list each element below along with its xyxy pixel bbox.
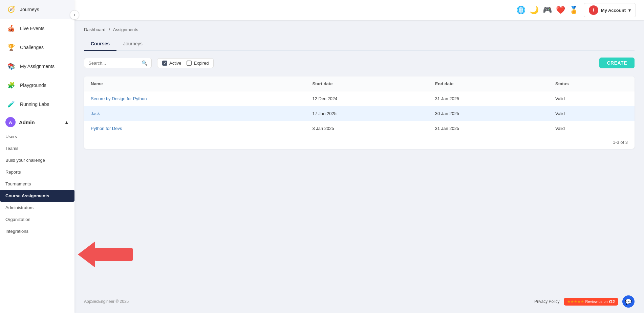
sidebar-subitem-build-challenge[interactable]: Build your challenge xyxy=(0,154,74,166)
chat-button[interactable]: 💬 xyxy=(622,295,635,308)
stars: ★★★★★ xyxy=(567,299,584,304)
footer: AppSecEngineer © 2025 Privacy Policy ★★★… xyxy=(74,290,644,313)
table-header: NameStart dateEnd dateStatus xyxy=(84,76,635,91)
breadcrumb: Dashboard / Assignments xyxy=(84,27,635,32)
my-account-button[interactable]: I My Account ▾ xyxy=(584,3,636,17)
topnav-icons: 🌐🌙🎮❤️🏅 xyxy=(516,6,578,15)
toolbar: 🔍 ✓ Active Expired CREATE xyxy=(84,58,635,68)
sidebar-subitem-tournaments[interactable]: Tournaments xyxy=(0,178,74,190)
main-content: 🌐🌙🎮❤️🏅 I My Account ▾ Dashboard / Assign… xyxy=(74,0,644,313)
table-cell: Valid xyxy=(549,106,635,121)
live-events-icon: 🎪 xyxy=(6,24,16,33)
table-cell: 3 Jan 2025 xyxy=(305,121,428,136)
sidebar-item-my-assignments[interactable]: 📚My Assignments xyxy=(0,57,74,76)
assignments-table-container: NameStart dateEnd dateStatus Secure by D… xyxy=(84,76,635,149)
sidebar: 🧭Journeys🎪Live Events🏆Challenges📚My Assi… xyxy=(0,0,74,313)
table-row[interactable]: Jack17 Jan 202530 Jan 2025Valid xyxy=(84,106,635,121)
admin-avatar: A xyxy=(5,117,16,127)
table-body: Secure by Design for Python12 Dec 202431… xyxy=(84,91,635,136)
my-account-avatar: I xyxy=(589,5,598,15)
topnav-icon-0[interactable]: 🌐 xyxy=(516,6,525,15)
sidebar-item-running-labs[interactable]: 🧪Running Labs xyxy=(0,95,74,114)
privacy-policy-link[interactable]: Privacy Policy xyxy=(534,299,560,304)
table-cell: Valid xyxy=(549,121,635,136)
footer-right: Privacy Policy ★★★★★ Review us on G2 💬 xyxy=(534,295,635,308)
chevron-up-icon: ▲ xyxy=(64,119,69,125)
table-cell: Valid xyxy=(549,91,635,106)
table-cell: 31 Jan 2025 xyxy=(428,91,549,106)
sidebar-subitem-organization[interactable]: Organization xyxy=(0,214,74,225)
assignments-table: NameStart dateEnd dateStatus Secure by D… xyxy=(84,76,635,136)
topnav-icon-1[interactable]: 🌙 xyxy=(530,6,539,15)
sidebar-item-challenges[interactable]: 🏆Challenges xyxy=(0,38,74,57)
page-content: Dashboard / Assignments CoursesJourneys … xyxy=(74,20,644,290)
col-header-end-date: End date xyxy=(428,76,549,91)
g2-logo: G2 xyxy=(609,299,615,304)
topnav-icon-4[interactable]: 🏅 xyxy=(569,6,578,15)
admin-section-header[interactable]: A Admin ▲ xyxy=(0,114,74,131)
breadcrumb-dashboard[interactable]: Dashboard xyxy=(84,27,106,32)
table-cell: 12 Dec 2024 xyxy=(305,91,428,106)
assignment-name[interactable]: Python for Devs xyxy=(84,121,305,136)
sidebar-subitem-reports[interactable]: Reports xyxy=(0,166,74,178)
sidebar-subitem-administrators[interactable]: Administrators xyxy=(0,202,74,214)
active-checkbox[interactable]: ✓ xyxy=(162,61,167,66)
breadcrumb-current: Assignments xyxy=(113,27,138,32)
topnav-icon-3[interactable]: ❤️ xyxy=(556,6,565,15)
sidebar-subitem-course-assignments[interactable]: Course Assignments xyxy=(0,190,74,202)
my-assignments-icon: 📚 xyxy=(6,62,16,71)
sidebar-item-label: My Assignments xyxy=(20,64,55,69)
sidebar-collapse-button[interactable]: ‹ xyxy=(70,10,79,20)
table-row[interactable]: Secure by Design for Python12 Dec 202431… xyxy=(84,91,635,106)
sidebar-subitem-teams[interactable]: Teams xyxy=(0,142,74,154)
assignment-name[interactable]: Jack xyxy=(84,106,305,121)
journeys-icon: 🧭 xyxy=(6,5,16,14)
challenges-icon: 🏆 xyxy=(6,43,16,52)
tab-journeys[interactable]: Journeys xyxy=(116,38,149,51)
g2-review-badge[interactable]: ★★★★★ Review us on G2 xyxy=(564,298,618,306)
chevron-down-icon: ▾ xyxy=(628,8,631,13)
top-navigation: 🌐🌙🎮❤️🏅 I My Account ▾ xyxy=(74,0,644,20)
tab-bar: CoursesJourneys xyxy=(84,38,635,51)
sidebar-item-journeys[interactable]: 🧭Journeys xyxy=(0,0,74,19)
create-button[interactable]: CREATE xyxy=(599,58,635,68)
footer-copyright: AppSecEngineer © 2025 xyxy=(84,299,129,304)
active-label: Active xyxy=(169,61,181,66)
filter-group: ✓ Active Expired xyxy=(157,58,214,68)
filter-expired[interactable]: Expired xyxy=(187,61,209,66)
running-labs-icon: 🧪 xyxy=(6,99,16,109)
assignment-name[interactable]: Secure by Design for Python xyxy=(84,91,305,106)
table-cell: 17 Jan 2025 xyxy=(305,106,428,121)
sidebar-subitem-integrations[interactable]: Integrations xyxy=(0,225,74,237)
toolbar-left: 🔍 ✓ Active Expired xyxy=(84,58,214,68)
table-cell: 31 Jan 2025 xyxy=(428,121,549,136)
playgrounds-icon: 🧩 xyxy=(6,81,16,90)
expired-label: Expired xyxy=(194,61,209,66)
topnav-icon-2[interactable]: 🎮 xyxy=(543,6,552,15)
breadcrumb-separator: / xyxy=(109,27,110,32)
search-icon: 🔍 xyxy=(142,60,147,66)
search-box: 🔍 xyxy=(84,58,152,68)
pagination: 1-3 of 3 xyxy=(84,136,635,149)
sidebar-item-label: Live Events xyxy=(20,26,44,31)
review-label: Review us on xyxy=(585,299,608,304)
col-header-status: Status xyxy=(549,76,635,91)
sidebar-item-label: Challenges xyxy=(20,45,44,50)
tab-courses[interactable]: Courses xyxy=(84,38,116,51)
expired-checkbox[interactable] xyxy=(187,61,192,66)
admin-label: Admin xyxy=(19,119,35,125)
sidebar-item-label: Running Labs xyxy=(20,102,49,107)
sidebar-subitem-users[interactable]: Users xyxy=(0,131,74,142)
sidebar-item-live-events[interactable]: 🎪Live Events xyxy=(0,19,74,38)
col-header-start-date: Start date xyxy=(305,76,428,91)
sidebar-item-label: Journeys xyxy=(20,7,39,12)
sidebar-item-label: Playgrounds xyxy=(20,83,46,88)
search-input[interactable] xyxy=(88,61,139,66)
sidebar-item-playgrounds[interactable]: 🧩Playgrounds xyxy=(0,76,74,95)
filter-active[interactable]: ✓ Active xyxy=(162,61,181,66)
table-row[interactable]: Python for Devs3 Jan 202531 Jan 2025Vali… xyxy=(84,121,635,136)
col-header-name: Name xyxy=(84,76,305,91)
table-cell: 30 Jan 2025 xyxy=(428,106,549,121)
my-account-label: My Account xyxy=(601,8,626,13)
